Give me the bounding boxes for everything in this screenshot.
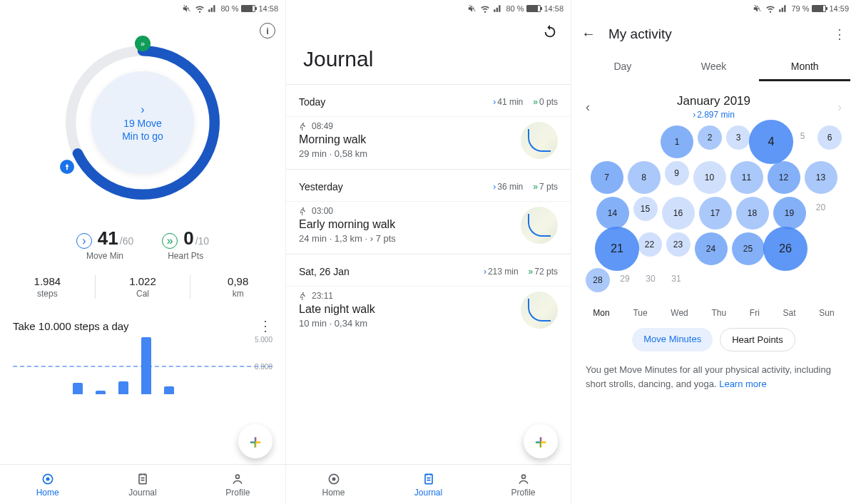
day-bubble[interactable]: 16	[662, 197, 695, 230]
day-bubble[interactable]: 22	[638, 232, 662, 257]
home-icon	[327, 472, 341, 486]
mute-icon	[182, 4, 192, 14]
sync-icon[interactable]	[542, 24, 558, 40]
nav-home[interactable]: Home	[0, 465, 95, 504]
move-min-counter[interactable]: ›41/60 Move Min	[76, 227, 133, 261]
entry-title: Morning walk	[299, 133, 367, 146]
fab-add[interactable]: ＋	[524, 424, 558, 458]
km-stat[interactable]: 0,98km	[190, 275, 285, 299]
day-bubble[interactable]: 6	[817, 125, 842, 150]
ring-center[interactable]: › 19 Move Min to go	[91, 71, 194, 174]
tab-day[interactable]: Day	[577, 53, 668, 81]
journal-entry[interactable]: 03:00 Early morning walk 24 min · 1,3 km…	[286, 201, 571, 254]
day-bubble[interactable]: 5	[792, 125, 813, 147]
journal-entry[interactable]: 08:49 Morning walk 29 min · 0,58 km	[286, 116, 571, 169]
steps-stat[interactable]: 1.984steps	[0, 275, 95, 299]
day-bubble[interactable]: 9	[665, 161, 689, 185]
move-min-badge	[60, 160, 74, 174]
profile-icon	[516, 472, 531, 486]
day-bubble[interactable]: 28	[586, 268, 610, 292]
help-text: You get Move Minutes for all your physic…	[571, 351, 856, 391]
pill-heart-points[interactable]: Heart Points	[720, 328, 795, 351]
day-bubble[interactable]: 30	[640, 268, 661, 289]
entry-title: Early morning walk	[299, 218, 396, 231]
day-bubble[interactable]: 1	[661, 125, 693, 158]
day-bubble[interactable]: 19	[773, 197, 806, 230]
nav-journal[interactable]: Journal	[381, 465, 476, 504]
cal-stat[interactable]: 1.022Cal	[95, 275, 190, 299]
month-title: January 2019	[677, 94, 750, 108]
chevron-double-right-icon: »	[162, 233, 178, 249]
day-bubble[interactable]: 15	[633, 197, 658, 221]
learn-more-link[interactable]: Learn more	[719, 379, 766, 389]
tab-month[interactable]: Month	[759, 53, 850, 81]
month-sub: ›2.897 min	[677, 110, 750, 120]
journal-icon	[136, 472, 150, 486]
day-bubble[interactable]: 26	[763, 227, 807, 271]
day-bubble[interactable]: 8	[628, 161, 661, 194]
journal-section-header[interactable]: Sat, 26 Jan ›213 min »72 pts	[286, 254, 571, 286]
svg-point-7	[302, 207, 304, 209]
heart-points-badge: »	[135, 36, 151, 51]
heart-pts-counter[interactable]: »0/10 Heart Pts	[162, 227, 209, 261]
nav-profile[interactable]: Profile	[476, 465, 571, 504]
back-arrow-icon[interactable]: ←	[581, 26, 596, 42]
day-bubble[interactable]: 11	[730, 161, 763, 194]
prev-month-icon[interactable]: ‹	[586, 100, 590, 115]
wifi-icon	[765, 4, 775, 14]
svg-point-3	[46, 477, 49, 480]
kebab-icon[interactable]: ⋮	[258, 319, 272, 333]
info-icon[interactable]: i	[260, 23, 275, 38]
signal-icon	[208, 4, 218, 14]
journal-title: Journal	[286, 40, 571, 84]
walk-icon	[299, 122, 307, 130]
day-bubble[interactable]: 24	[695, 232, 728, 265]
signal-icon	[493, 4, 503, 14]
nav-home[interactable]: Home	[286, 465, 381, 504]
svg-point-10	[332, 477, 335, 480]
day-bubble[interactable]: 4	[749, 120, 793, 164]
section-title: Sat, 26 Jan	[299, 266, 350, 277]
pill-move-minutes[interactable]: Move Minutes	[632, 328, 713, 351]
day-bubble[interactable]: 7	[591, 161, 623, 194]
day-bubble[interactable]: 17	[699, 197, 732, 230]
day-bubble[interactable]: 20	[810, 197, 832, 218]
home-icon	[41, 472, 55, 486]
day-bubble[interactable]: 2	[698, 125, 722, 150]
entry-title: Late night walk	[299, 303, 375, 316]
wifi-icon	[480, 4, 490, 14]
day-bubble[interactable]: 12	[768, 161, 800, 194]
fab-add[interactable]: ＋	[238, 424, 272, 458]
journal-entry[interactable]: 23:11 Late night walk 10 min · 0,34 km	[286, 286, 571, 339]
day-bubble[interactable]: 25	[732, 232, 765, 265]
walk-icon	[299, 292, 307, 300]
journal-section-header[interactable]: Today ›41 min »0 pts	[286, 85, 571, 116]
next-month-icon[interactable]: ›	[837, 100, 842, 115]
day-bubble[interactable]: 14	[596, 197, 629, 230]
status-bar: 80 % 14:58	[0, 0, 285, 17]
nav-journal[interactable]: Journal	[95, 465, 190, 504]
battery-icon	[241, 5, 255, 12]
day-bubble[interactable]: 21	[594, 227, 638, 271]
clock: 14:58	[258, 4, 278, 13]
activity-calendar[interactable]: 1 2 3 4 5 6 7 8 9 10 11 12 13 14 15 16 1…	[581, 125, 846, 304]
nav-profile[interactable]: Profile	[190, 465, 285, 504]
steps-bar-chart[interactable]: 5.000 0.000	[13, 337, 272, 394]
chevron-right-icon: ›	[141, 103, 144, 116]
battery-icon	[526, 5, 541, 12]
day-bubble[interactable]: 18	[736, 197, 769, 230]
entry-subtitle: 10 min · 0,34 km	[299, 318, 375, 329]
day-bubble[interactable]: 3	[726, 125, 750, 150]
activity-ring[interactable]: » › 19 Move Min to go	[57, 37, 228, 208]
y-label-1: 5.000	[255, 336, 272, 344]
journal-section-header[interactable]: Yesterday ›36 min »7 pts	[286, 170, 571, 201]
kebab-icon[interactable]: ⋮	[833, 26, 846, 42]
day-bubble[interactable]: 31	[666, 268, 687, 289]
mute-icon	[467, 4, 477, 14]
tab-week[interactable]: Week	[668, 53, 760, 81]
svg-point-5	[236, 475, 240, 478]
day-bubble[interactable]: 10	[693, 161, 726, 194]
day-bubble[interactable]: 29	[614, 268, 636, 289]
day-bubble[interactable]: 23	[666, 232, 691, 257]
day-bubble[interactable]: 13	[805, 161, 837, 194]
